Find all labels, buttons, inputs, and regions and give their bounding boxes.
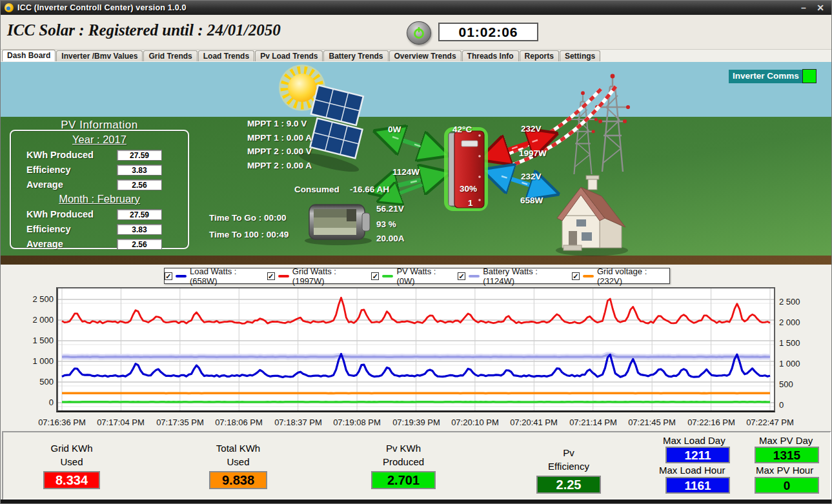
legend-label: Grid voltage :(232V) [597, 267, 669, 286]
inverter-comms-label: Inverter Comms [729, 70, 803, 83]
x-axis-tick: 07:21:14 PM [563, 418, 623, 427]
tab-dash-board[interactable]: Dash Board [2, 50, 56, 61]
x-axis-tick: 07:20:41 PM [504, 418, 563, 427]
tab-inverter-bmv-values[interactable]: Inverter /Bmv Values [56, 50, 143, 61]
x-axis-tick: 07:22:47 PM [740, 418, 800, 427]
row-value: 2.56 [117, 239, 162, 250]
battery-percent-label: 93 % [376, 219, 396, 229]
x-axis-tick: 07:18:37 PM [269, 418, 328, 427]
load-voltage-label: 232V [521, 172, 542, 181]
stat-value: 2.25 [536, 476, 601, 494]
grid-watts-label: 1997W [519, 148, 547, 158]
soc-label: 30% [460, 184, 477, 194]
tab-grid-trends[interactable]: Grid Trends [143, 50, 197, 61]
power-button[interactable] [407, 21, 431, 45]
legend-checkbox-load[interactable]: ✓ [165, 272, 172, 280]
sky [1, 62, 832, 117]
legend-item-pv-watts: ✓ PV Watts :(0W) [371, 267, 452, 286]
legend-checkbox-battery[interactable]: ✓ [458, 272, 465, 280]
trend-chart [58, 288, 774, 410]
consumed-label: Consumed [294, 185, 340, 194]
y-axis-tick-left: 2 000 [16, 315, 54, 325]
power-icon [412, 26, 426, 40]
close-button[interactable]: ✕ [812, 3, 829, 13]
y-axis-tick-left: 0 [16, 398, 54, 407]
tab-threads-info[interactable]: Threads Info [462, 50, 519, 61]
grid-voltage-label: 232V [521, 124, 542, 134]
consumed-value: -16.66 AH [350, 185, 389, 194]
battery-voltage-label: 56.21V [376, 204, 404, 214]
stat-label: Pv [523, 446, 614, 459]
legend-checkbox-voltage[interactable]: ✓ [572, 272, 580, 280]
trend-chart-plot[interactable] [56, 287, 775, 412]
pv-month-heading: Month : February [11, 193, 188, 205]
y-axis-tick-left: 2 500 [16, 294, 54, 304]
row-label: Efficiency [26, 224, 117, 234]
stat-value: 9.838 [209, 471, 267, 489]
x-axis-tick: 07:20:10 PM [445, 418, 505, 427]
y-axis-tick-right: 2 500 [779, 297, 818, 307]
y-axis-tick-right: 0 [779, 400, 818, 410]
app-icon [5, 3, 14, 12]
pv-kwh-produced-stat: Pv KWh Produced 2.701 [358, 441, 449, 489]
row-label: Average [26, 179, 117, 190]
row-value: 3.83 [117, 165, 162, 176]
pv-year-row-efficiency: Efficiency 3.83 [26, 164, 188, 176]
tab-settings[interactable]: Settings [560, 50, 600, 61]
stat-label: Produced [358, 455, 449, 469]
max-load-day-label: Max Load Day [663, 435, 725, 446]
stat-label: Used [26, 455, 117, 469]
pv-month-row-kwh: KWh Produced 27.59 [26, 208, 188, 220]
x-axis-tick: 07:17:35 PM [150, 418, 210, 427]
max-pv-day-value: 1315 [755, 447, 819, 463]
y-axis-tick-right: 1 000 [779, 359, 818, 368]
pv-information-panel: PV Information Year : 2017 KWh Produced … [10, 119, 189, 250]
registration-title: ICC Solar : Registered until : 24/01/205… [7, 21, 281, 39]
mppt2-voltage: MPPT 2 : 0.00 V [247, 145, 312, 159]
max-load-hour-label: Max Load Hour [659, 465, 725, 476]
minimize-button[interactable]: – [795, 3, 812, 13]
y-axis-tick-left: 1 000 [16, 356, 54, 366]
stat-label: Efficiency [523, 459, 614, 473]
inverter-temp-label: 42°C [452, 125, 472, 134]
tab-load-trends[interactable]: Load Trends [198, 50, 254, 61]
soil-strip [1, 256, 832, 265]
time-to-go-label: Time To Go : 00:00 [209, 213, 287, 223]
row-value: 2.56 [117, 179, 162, 190]
inverter-comms-indicator [802, 69, 817, 83]
tab-reports[interactable]: Reports [520, 50, 559, 61]
pv-month-row-efficiency: Efficiency 3.83 [26, 223, 188, 235]
y-axis-tick-right: 500 [779, 379, 818, 389]
window-bottom-edge [1, 499, 832, 503]
x-axis-tick: 07:16:36 PM [32, 418, 92, 427]
stat-label: Total KWh [193, 441, 283, 455]
legend-item-grid-watts: ✓ Grid Watts :(1997W) [267, 267, 366, 286]
tab-battery-trends[interactable]: Battery Trends [323, 50, 388, 61]
tab-overview-trends[interactable]: Overview Trends [389, 50, 462, 61]
stat-label: Pv KWh [358, 441, 449, 455]
icc-app-window: ICC (Inverter Controll Center) version 1… [0, 0, 832, 504]
title-bar[interactable]: ICC (Inverter Controll Center) version 1… [1, 1, 832, 15]
legend-checkbox-grid[interactable]: ✓ [267, 272, 275, 280]
y-axis-tick-right: 1 500 [779, 338, 818, 348]
legend-checkbox-pv[interactable]: ✓ [371, 272, 379, 280]
clock-display: 01:02:06 [438, 23, 538, 41]
x-axis-tick: 07:19:39 PM [387, 418, 446, 427]
legend-swatch-load [176, 275, 187, 277]
chart-legend: ✓ Load Watts :(658W) ✓ Grid Watts :(1997… [164, 268, 670, 284]
mppt2-current: MPPT 2 : 0.00 A [247, 159, 312, 173]
legend-swatch-battery [469, 275, 480, 277]
legend-item-load-watts: ✓ Load Watts :(658W) [165, 267, 261, 286]
pv-efficiency-stat: Pv Efficiency 2.25 [523, 446, 614, 494]
row-label: KWh Produced [26, 209, 117, 219]
max-load-hour-value: 1161 [665, 477, 730, 494]
header-bar: ICC Solar : Registered until : 24/01/205… [1, 15, 832, 50]
y-axis-tick-left: 1 500 [16, 336, 54, 345]
stat-label: Grid KWh [26, 441, 117, 455]
max-pv-day-label: Max PV Day [759, 435, 813, 446]
tab-pv-load-trends[interactable]: Pv Load Trends [255, 50, 323, 61]
legend-label: Load Watts :(658W) [190, 267, 261, 286]
pv-watts-label: 0W [388, 125, 401, 134]
max-pv-hour-value: 0 [755, 477, 819, 494]
legend-label: Grid Watts :(1997W) [292, 267, 366, 286]
